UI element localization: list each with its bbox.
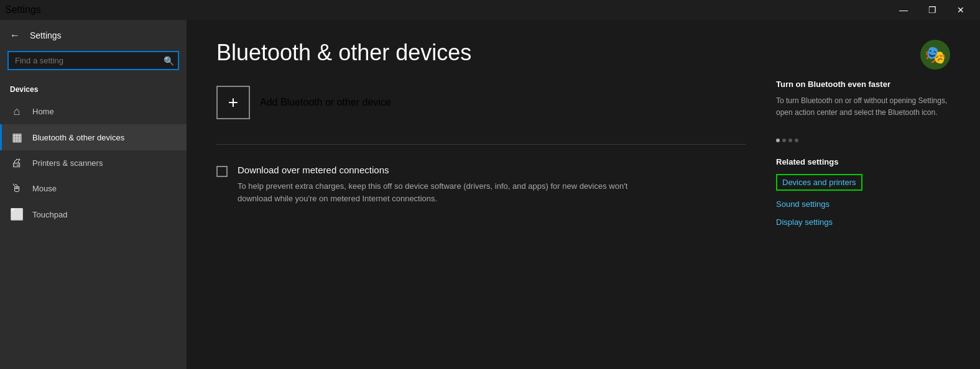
download-checkbox[interactable] bbox=[216, 166, 228, 177]
back-arrow-icon: ← bbox=[10, 30, 20, 41]
sidebar: ← Settings 🔍 Devices ⌂ Home ▦ Bluetooth … bbox=[0, 20, 187, 369]
page-title: Bluetooth & other devices bbox=[216, 40, 746, 66]
sidebar-item-home-label: Home bbox=[32, 107, 54, 116]
home-icon: ⌂ bbox=[10, 105, 24, 118]
search-icon: 🔍 bbox=[164, 56, 174, 66]
search-box: 🔍 bbox=[7, 51, 179, 70]
add-device-icon: + bbox=[216, 86, 250, 119]
sidebar-back[interactable]: ← Settings bbox=[0, 25, 187, 46]
app-container: ← Settings 🔍 Devices ⌂ Home ▦ Bluetooth … bbox=[0, 20, 980, 369]
printer-icon: 🖨 bbox=[10, 157, 24, 170]
sidebar-item-printers[interactable]: 🖨 Printers & scanners bbox=[0, 150, 187, 176]
sidebar-item-home[interactable]: ⌂ Home bbox=[0, 99, 187, 124]
title-bar-controls: — ❐ ✕ bbox=[889, 0, 975, 20]
divider bbox=[216, 144, 746, 145]
plus-icon: + bbox=[228, 93, 238, 112]
tip-text: To turn Bluetooth on or off without open… bbox=[776, 95, 950, 119]
download-label: Download over metered connections bbox=[238, 165, 660, 175]
related-link-sound[interactable]: Sound settings bbox=[776, 199, 950, 209]
add-device-button[interactable]: + Add Bluetooth or other device bbox=[216, 86, 746, 119]
tip-section: Turn on Bluetooth even faster To turn Bl… bbox=[776, 80, 950, 119]
maximize-button[interactable]: ❐ bbox=[918, 0, 946, 20]
mouse-icon: 🖱 bbox=[10, 182, 24, 195]
sidebar-item-touchpad-label: Touchpad bbox=[32, 210, 67, 219]
tip-title: Turn on Bluetooth even faster bbox=[776, 80, 950, 89]
sidebar-item-touchpad[interactable]: ⬜ Touchpad bbox=[0, 201, 187, 227]
title-bar-title: Settings bbox=[5, 4, 41, 16]
minimize-button[interactable]: — bbox=[889, 0, 918, 20]
related-link-display[interactable]: Display settings bbox=[776, 217, 950, 227]
close-button[interactable]: ✕ bbox=[946, 0, 975, 20]
content-main: Bluetooth & other devices + Add Bluetoot… bbox=[216, 40, 746, 349]
title-bar: Settings — ❐ ✕ bbox=[0, 0, 980, 20]
content-aside: 🎭 Turn on Bluetooth even faster To turn … bbox=[776, 40, 950, 349]
add-device-label: Add Bluetooth or other device bbox=[260, 97, 391, 108]
sidebar-item-bluetooth[interactable]: ▦ Bluetooth & other devices bbox=[0, 124, 187, 150]
title-bar-left: Settings bbox=[5, 4, 41, 16]
carousel-dots bbox=[776, 139, 950, 142]
sidebar-section-label: Devices bbox=[0, 75, 187, 99]
dot-4[interactable] bbox=[795, 139, 798, 142]
sidebar-back-label: Settings bbox=[30, 30, 62, 40]
sidebar-item-mouse-label: Mouse bbox=[32, 184, 57, 193]
bluetooth-icon: ▦ bbox=[10, 130, 24, 144]
download-text-group: Download over metered connections To hel… bbox=[238, 165, 660, 204]
download-description: To help prevent extra charges, keep this… bbox=[238, 180, 660, 204]
dot-3[interactable] bbox=[788, 139, 792, 142]
download-section: Download over metered connections To hel… bbox=[216, 165, 746, 204]
avatar: 🎭 bbox=[920, 40, 950, 70]
search-input[interactable] bbox=[7, 51, 179, 70]
content-area: Bluetooth & other devices + Add Bluetoot… bbox=[187, 20, 980, 369]
dot-2[interactable] bbox=[782, 139, 786, 142]
related-settings-title: Related settings bbox=[776, 157, 950, 166]
touchpad-icon: ⬜ bbox=[10, 207, 24, 221]
sidebar-item-printers-label: Printers & scanners bbox=[32, 158, 103, 168]
dot-1[interactable] bbox=[776, 139, 780, 142]
sidebar-item-mouse[interactable]: 🖱 Mouse bbox=[0, 176, 187, 201]
related-link-devices-printers[interactable]: Devices and printers bbox=[776, 174, 862, 191]
sidebar-item-bluetooth-label: Bluetooth & other devices bbox=[32, 133, 124, 142]
